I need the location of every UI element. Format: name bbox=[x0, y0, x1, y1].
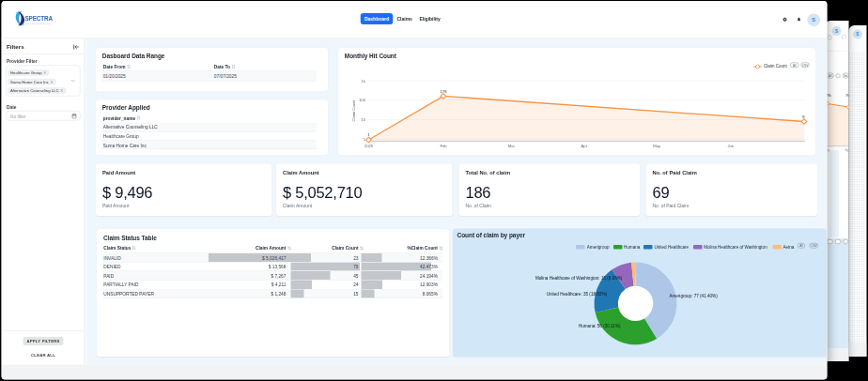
svg-text:Feb: Feb bbox=[440, 144, 447, 148]
svg-text:Claim Count: Claim Count bbox=[351, 99, 356, 122]
svg-text:1: 1 bbox=[364, 137, 366, 142]
svg-text:100: 100 bbox=[359, 98, 366, 102]
svg-text:1k: 1k bbox=[362, 79, 366, 84]
svg-text:Apr: Apr bbox=[581, 144, 588, 148]
svg-text:1: 1 bbox=[367, 132, 370, 137]
svg-text:TECHNOLOGIES: TECHNOLOGIES bbox=[25, 23, 52, 24]
svg-text:May: May bbox=[653, 144, 661, 148]
svg-text:2025: 2025 bbox=[364, 144, 374, 148]
svg-text:10: 10 bbox=[361, 117, 365, 122]
svg-text:8: 8 bbox=[802, 114, 805, 119]
svg-text:Jun: Jun bbox=[727, 144, 734, 148]
svg-text:Mar: Mar bbox=[508, 144, 516, 148]
svg-text:SPECTRA: SPECTRA bbox=[25, 15, 54, 22]
svg-text:178: 178 bbox=[441, 89, 448, 94]
